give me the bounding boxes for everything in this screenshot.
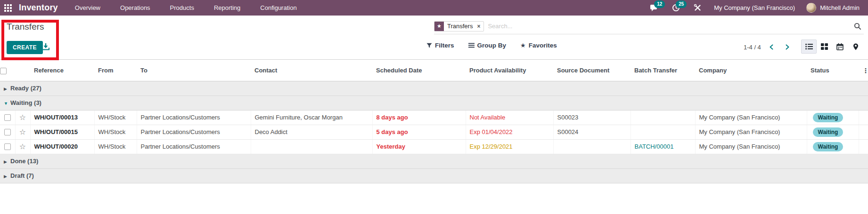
- menu-overview[interactable]: Overview: [75, 4, 100, 11]
- cell-source-document: S00024: [553, 125, 631, 139]
- export-download-icon[interactable]: [41, 43, 50, 53]
- col-reference[interactable]: Reference: [30, 60, 94, 81]
- group-label: Draft (7): [10, 172, 34, 179]
- col-product-availability[interactable]: Product Availability: [466, 60, 553, 81]
- cell-company: My Company (San Francisco): [695, 110, 807, 125]
- menu-products[interactable]: Products: [170, 4, 194, 11]
- menu-configuration[interactable]: Configuration: [260, 4, 296, 11]
- table-row[interactable]: ☆ WH/OUT/00020 WH/Stock Partner Location…: [0, 139, 868, 154]
- control-panel: Transfers CREATE ★ Transfers ×: [0, 16, 868, 60]
- status-badge: Waiting: [813, 113, 843, 122]
- group-label: Ready (27): [10, 85, 41, 92]
- group-row-draft[interactable]: ▶Draft (7): [0, 168, 868, 183]
- search-facet-transfers: ★ Transfers ×: [434, 21, 484, 32]
- facet-label: Transfers: [444, 22, 476, 31]
- view-switcher: [801, 40, 863, 54]
- cell-source-document: S00023: [553, 110, 631, 125]
- page-title: Transfers: [7, 22, 44, 32]
- cell-product-availability: Not Available: [470, 114, 506, 121]
- kanban-view-icon: [821, 43, 828, 50]
- cell-product-availability: Exp 01/04/2022: [470, 128, 513, 135]
- group-row-waiting[interactable]: ▼Waiting (3): [0, 95, 868, 110]
- row-checkbox[interactable]: [4, 114, 11, 121]
- filters-button[interactable]: Filters: [426, 42, 454, 49]
- group-label: Done (13): [10, 158, 38, 165]
- cell-reference: WH/OUT/00013: [30, 110, 94, 125]
- search-icon[interactable]: [852, 23, 864, 30]
- cell-reference: WH/OUT/00015: [30, 125, 94, 139]
- apps-grid-icon[interactable]: [0, 0, 16, 16]
- caret-down-icon: ▼: [4, 101, 10, 106]
- messages-icon[interactable]: 12: [649, 3, 659, 13]
- row-checkbox[interactable]: [4, 129, 11, 135]
- calendar-view-button[interactable]: [832, 40, 848, 54]
- group-by-icon: [468, 43, 475, 48]
- status-badge: Waiting: [813, 142, 843, 151]
- caret-right-icon: ▶: [4, 159, 10, 164]
- active-company[interactable]: My Company (San Francisco): [714, 4, 795, 11]
- col-source-document[interactable]: Source Document: [553, 60, 631, 81]
- caret-right-icon: ▶: [4, 174, 10, 179]
- col-from[interactable]: From: [94, 60, 137, 81]
- group-row-done[interactable]: ▶Done (13): [0, 154, 868, 168]
- favorites-button[interactable]: ★ Favorites: [520, 42, 557, 49]
- cell-contact: Gemini Furniture, Oscar Morgan: [251, 110, 372, 125]
- favorite-star-icon[interactable]: ☆: [19, 113, 26, 121]
- list-view-button[interactable]: [801, 40, 817, 54]
- cell-scheduled-date: Yesterday: [372, 139, 466, 154]
- favorite-star-icon[interactable]: ☆: [19, 143, 26, 151]
- select-all-checkbox[interactable]: [0, 68, 7, 74]
- cell-scheduled-date: 5 days ago: [372, 125, 466, 139]
- messages-count-badge: 12: [654, 0, 665, 8]
- transfers-table: Reference From To Contact Scheduled Date…: [0, 60, 868, 183]
- col-batch-transfer[interactable]: Batch Transfer: [631, 60, 695, 81]
- group-by-button[interactable]: Group By: [468, 42, 507, 49]
- row-checkbox[interactable]: [4, 143, 11, 150]
- group-row-ready[interactable]: ▶Ready (27): [0, 81, 868, 95]
- col-to[interactable]: To: [137, 60, 251, 81]
- status-badge: Waiting: [813, 127, 843, 137]
- top-menu: Overview Operations Products Reporting C…: [75, 4, 297, 11]
- search-input[interactable]: [484, 23, 852, 30]
- cell-batch-transfer[interactable]: BATCH/00001: [635, 143, 674, 150]
- cell-to: Partner Locations/Customers: [137, 125, 251, 139]
- optional-columns-icon[interactable]: ⋮: [859, 60, 868, 81]
- cell-to: Partner Locations/Customers: [137, 110, 251, 125]
- col-scheduled-date[interactable]: Scheduled Date: [372, 60, 466, 81]
- menu-reporting[interactable]: Reporting: [214, 4, 240, 11]
- map-view-button[interactable]: [848, 40, 863, 54]
- activities-icon[interactable]: 25: [671, 3, 681, 13]
- cell-scheduled-date: 8 days ago: [372, 110, 466, 125]
- col-contact[interactable]: Contact: [251, 60, 372, 81]
- pager-next-button[interactable]: [782, 42, 793, 52]
- pager: 1-4 / 4: [744, 42, 793, 52]
- favorite-star-icon[interactable]: ☆: [19, 128, 26, 136]
- cell-to: Partner Locations/Customers: [137, 139, 251, 154]
- menu-operations[interactable]: Operations: [120, 4, 150, 11]
- cell-company: My Company (San Francisco): [695, 139, 807, 154]
- table-row[interactable]: ☆ WH/OUT/00013 WH/Stock Partner Location…: [0, 110, 868, 125]
- cell-reference: WH/OUT/00020: [30, 139, 94, 154]
- cell-from: WH/Stock: [94, 139, 137, 154]
- cell-from: WH/Stock: [94, 110, 137, 125]
- user-avatar: [806, 3, 816, 13]
- col-status[interactable]: Status: [807, 60, 859, 81]
- create-button[interactable]: CREATE: [7, 41, 43, 54]
- top-nav-bar: Inventory Overview Operations Products R…: [0, 0, 868, 16]
- filter-toolbar: Filters Group By ★ Favorites: [426, 42, 557, 49]
- app-name[interactable]: Inventory: [19, 3, 58, 13]
- facet-close-icon[interactable]: ×: [476, 22, 483, 31]
- cell-product-availability: Exp 12/29/2021: [470, 143, 513, 150]
- table-row[interactable]: ☆ WH/OUT/00015 WH/Stock Partner Location…: [0, 125, 868, 139]
- pager-previous-button[interactable]: [766, 42, 777, 52]
- inventory-transfers-page: Inventory Overview Operations Products R…: [0, 0, 868, 214]
- cell-company: My Company (San Francisco): [695, 125, 807, 139]
- user-name: Mitchell Admin: [820, 4, 860, 11]
- funnel-icon: [426, 43, 432, 48]
- user-menu[interactable]: Mitchell Admin: [806, 3, 860, 13]
- kanban-view-button[interactable]: [817, 40, 832, 54]
- developer-tools-icon[interactable]: [692, 3, 703, 13]
- table-header-row: Reference From To Contact Scheduled Date…: [0, 60, 868, 81]
- topbar-right: 12 25 My Company (San Francisco) Mit: [649, 3, 868, 13]
- col-company[interactable]: Company: [695, 60, 807, 81]
